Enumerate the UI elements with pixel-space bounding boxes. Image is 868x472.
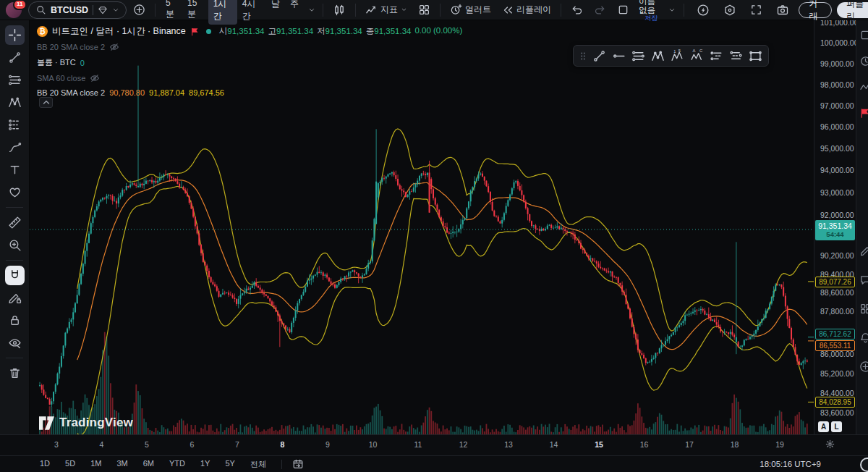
drag-handle-icon[interactable] xyxy=(577,47,589,64)
floating-drawing-toolbar[interactable]: 15AC xyxy=(573,45,769,67)
horizontal-ray-draw-icon[interactable] xyxy=(609,47,628,64)
calendar-icon[interactable] xyxy=(859,107,868,119)
alert-button[interactable]: 얼러트 xyxy=(446,1,495,19)
regression-trend-draw-icon[interactable] xyxy=(726,47,745,64)
save-link[interactable]: 저장 xyxy=(644,15,658,22)
publish-button[interactable]: 퍼블리 xyxy=(837,2,868,18)
change-value: 0.00 (0.00%) xyxy=(414,26,462,37)
layout-name-button[interactable]: 이름없음 저장 xyxy=(639,0,663,22)
axis-settings-gear-icon[interactable] xyxy=(825,439,835,450)
text-icon[interactable] xyxy=(5,160,25,180)
log-scale-button[interactable]: L xyxy=(831,421,842,432)
go-to-date-button[interactable] xyxy=(292,458,304,470)
gem-icon[interactable] xyxy=(98,5,108,15)
replay-button[interactable]: 리플레이 xyxy=(498,1,556,19)
interval-menu-chevron[interactable] xyxy=(306,1,318,19)
volume-bar xyxy=(401,424,403,434)
magnet-icon[interactable] xyxy=(5,266,25,285)
range-YTD[interactable]: YTD xyxy=(169,459,185,470)
hotlists-icon[interactable] xyxy=(859,81,868,93)
user-avatar[interactable]: 11 xyxy=(6,2,22,18)
fib-retracement-draw-icon[interactable] xyxy=(629,47,647,64)
trend-line-draw-icon[interactable] xyxy=(590,47,608,64)
interval-4시간[interactable]: 4시간 xyxy=(237,0,266,25)
price-axis[interactable]: 101,000.00100,000.0099,000.0098,000.0097… xyxy=(814,20,856,434)
volume-bar xyxy=(763,424,765,434)
elliott-wave-draw-icon[interactable]: 15 xyxy=(668,47,686,64)
lock-drawings-icon[interactable] xyxy=(5,311,25,330)
eye-off-icon[interactable] xyxy=(109,42,119,52)
ideas-icon[interactable] xyxy=(859,245,868,257)
redo-button[interactable] xyxy=(590,1,610,19)
forecast-icon[interactable] xyxy=(5,115,25,135)
quick-search-icon[interactable] xyxy=(692,1,714,19)
symbol-search[interactable]: BTCUSD xyxy=(28,1,127,19)
time-axis[interactable]: 345678910111213141516171819 xyxy=(0,434,868,455)
symbol-legend-row[interactable]: ₿ 비트코인 / 달러 · 1시간 · Binance 시91,351.34 고… xyxy=(37,25,462,38)
volume-bar xyxy=(362,429,363,434)
indicator-row-volume[interactable]: 볼륨 · BTC 0 xyxy=(37,57,462,68)
interval-주[interactable]: 주 xyxy=(285,0,304,25)
hide-drawings-icon[interactable] xyxy=(5,333,25,353)
xabcd-pattern-draw-icon[interactable] xyxy=(648,47,667,64)
range-1M[interactable]: 1M xyxy=(90,459,101,470)
undo-button[interactable] xyxy=(566,1,587,19)
range-1Y[interactable]: 1Y xyxy=(200,459,210,470)
abc-pattern-draw-icon[interactable]: AC xyxy=(687,47,706,64)
crosshair-icon[interactable] xyxy=(5,25,25,45)
eye-off-icon[interactable] xyxy=(90,73,100,83)
candle-body xyxy=(255,282,257,286)
date-tick: 8 xyxy=(281,440,285,449)
brush-icon[interactable] xyxy=(5,138,25,157)
candle-body xyxy=(179,184,180,187)
fullscreen-icon[interactable] xyxy=(746,1,767,19)
remove-objects-icon[interactable] xyxy=(5,363,25,383)
object-tree-icon[interactable] xyxy=(859,303,868,315)
camera-snapshot-icon[interactable] xyxy=(772,1,793,19)
projection-draw-icon[interactable] xyxy=(707,47,726,64)
flag-icon[interactable] xyxy=(190,27,200,37)
auto-scale-button[interactable]: A xyxy=(818,421,829,432)
fib-retracement-icon[interactable] xyxy=(5,70,25,90)
xabcd-pattern-icon[interactable] xyxy=(5,93,25,112)
watchlist-icon[interactable] xyxy=(859,29,868,41)
rectangle-draw-icon[interactable] xyxy=(746,47,765,64)
chevron-down-icon[interactable] xyxy=(668,7,676,14)
publish-icon[interactable] xyxy=(859,332,868,344)
current-price-text: 91,351.34 xyxy=(815,222,855,230)
chart-style-button[interactable] xyxy=(328,1,350,19)
interval-15분[interactable]: 15분 xyxy=(182,0,208,25)
range-1D[interactable]: 1D xyxy=(40,459,50,470)
interval-1시간[interactable]: 1시간 xyxy=(208,0,237,25)
settings-gear-icon[interactable] xyxy=(719,1,741,19)
alerts-icon[interactable] xyxy=(859,55,868,67)
trade-button[interactable]: 거래 xyxy=(799,2,832,18)
indicator-row-bb-hidden[interactable]: BB 20 SMA close 2 xyxy=(37,42,462,52)
legend-collapse-button[interactable] xyxy=(39,97,53,108)
range-3M[interactable]: 3M xyxy=(116,459,127,470)
chat-icon[interactable] xyxy=(859,274,868,286)
emoji-icon[interactable] xyxy=(5,182,25,202)
right-panel-strip[interactable] xyxy=(856,20,868,434)
help-icon[interactable] xyxy=(859,361,868,373)
interval-날[interactable]: 날 xyxy=(266,0,285,25)
range-6M[interactable]: 6M xyxy=(143,459,154,470)
layout-grid-button[interactable] xyxy=(414,1,435,19)
indicator-row-bb[interactable]: BB 20 SMA close 2 90,780.80 91,887.04 89… xyxy=(37,88,462,97)
clock-timezone[interactable]: 18:05:16 UTC+9 xyxy=(760,460,821,468)
range-전체[interactable]: 전체 xyxy=(250,459,266,470)
save-layout-icon[interactable] xyxy=(613,1,634,19)
range-5Y[interactable]: 5Y xyxy=(225,459,234,470)
candle-body xyxy=(720,327,721,332)
corner-widget-icon[interactable] xyxy=(860,458,868,472)
interval-5분[interactable]: 5분 xyxy=(161,0,182,25)
add-symbol-button[interactable] xyxy=(129,1,150,19)
measure-icon[interactable] xyxy=(5,213,25,232)
indicator-row-sma-hidden[interactable]: SMA 60 close xyxy=(37,73,462,83)
indicators-button[interactable]: 지표 xyxy=(361,1,412,19)
zoom-in-icon[interactable] xyxy=(5,235,25,255)
stay-in-drawing-mode-icon[interactable] xyxy=(5,288,25,308)
trend-line-icon[interactable] xyxy=(5,48,25,67)
range-5D[interactable]: 5D xyxy=(65,459,75,470)
chart-pane[interactable]: ₿ 비트코인 / 달러 · 1시간 · Binance 시91,351.34 고… xyxy=(30,20,814,434)
